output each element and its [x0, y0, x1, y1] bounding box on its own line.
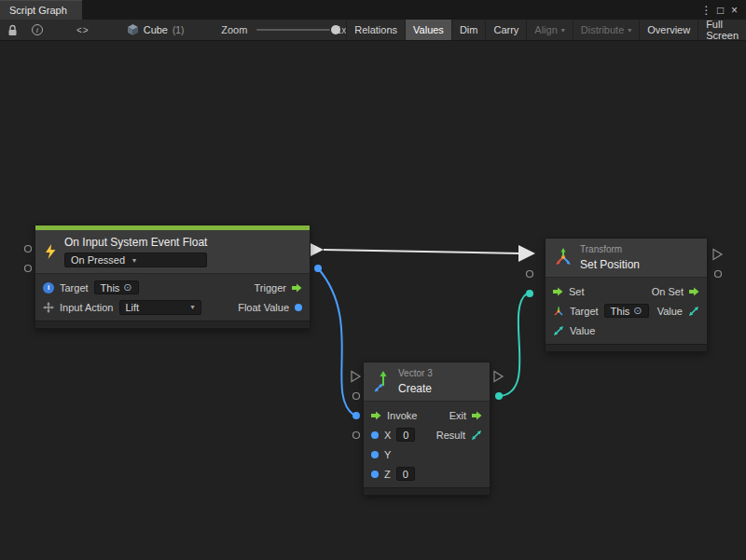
setpos-target-field[interactable]: This ⊙ [604, 304, 649, 318]
result-port-connector[interactable] [495, 392, 503, 400]
float-value-port[interactable]: Float Value [238, 302, 302, 313]
close-icon[interactable]: × [727, 5, 741, 16]
z-label: Z [384, 469, 391, 480]
value-out-port-connector[interactable] [715, 271, 722, 278]
dim-button[interactable]: Dim [451, 20, 486, 40]
graph-canvas[interactable]: On Input System Event Float On Pressed ▾… [0, 41, 746, 560]
vector-port-icon [553, 325, 564, 336]
zoom-label: Zoom [221, 24, 247, 35]
value-out-port[interactable]: Value [657, 306, 699, 317]
tab-bar: Script Graph ⋮ □ × [0, 0, 746, 20]
chevron-down-icon: ▾ [190, 303, 194, 311]
y-port-connector[interactable] [352, 412, 360, 419]
exit-label: Exit [449, 410, 466, 421]
event-inputaction-port-connector[interactable] [25, 266, 32, 272]
info-button[interactable]: i [28, 20, 47, 40]
node-vector3-create[interactable]: Vector 3 Create Invoke Exit [364, 362, 490, 495]
input-action-label: Input Action [60, 302, 114, 313]
restore-icon[interactable]: □ [713, 5, 727, 16]
trigger-source-arrow[interactable] [311, 243, 324, 256]
setpos-node-ports: Set On Set [546, 277, 707, 344]
node-on-input-system-event-float[interactable]: On Input System Event Float On Pressed ▾… [35, 225, 310, 328]
float-port-icon [371, 471, 379, 478]
input-action-value: Lift [126, 302, 140, 313]
connection-trigger-to-set[interactable] [324, 250, 520, 253]
y-label: Y [384, 449, 391, 460]
carry-button[interactable]: Carry [485, 20, 526, 40]
event-target-value: This [101, 282, 120, 294]
value-in-port-connector[interactable] [526, 290, 533, 297]
z-value-field[interactable]: 0 [396, 467, 415, 481]
zoom-slider[interactable] [256, 24, 329, 35]
menu-icon[interactable]: ⋮ [699, 5, 713, 16]
flow-arrow-icon [472, 411, 482, 420]
event-header-text: On Input System Event Float On Pressed ▾ [64, 236, 207, 267]
x-port-connector[interactable] [353, 393, 360, 400]
vector3-x-row: X 0 Result [364, 425, 490, 444]
align-button[interactable]: Align ▾ [526, 20, 572, 40]
result-port[interactable]: Result [436, 430, 482, 441]
onset-port-connector[interactable] [713, 250, 722, 260]
event-trigger-port[interactable]: Trigger [255, 282, 302, 294]
setpos-target-row: Target This ⊙ Value [546, 301, 707, 321]
toolbar-buttons: Relations Values Dim Carry Align ▾ Distr… [346, 20, 746, 40]
setpos-header-text: Transform Set Position [580, 244, 640, 271]
zoom-slider-track [256, 29, 329, 31]
float-port-icon [295, 304, 302, 311]
vector3-title: Create [398, 382, 433, 395]
exit-port[interactable]: Exit [449, 410, 482, 421]
overview-button[interactable]: Overview [639, 20, 698, 40]
on-set-label: On Set [652, 286, 684, 297]
values-button[interactable]: Values [405, 20, 451, 40]
x-value: 0 [403, 430, 408, 441]
vector3-invoke-row: Invoke Exit [364, 405, 490, 425]
info-icon: i [32, 24, 43, 35]
event-mode-dropdown[interactable]: On Pressed ▾ [64, 253, 207, 267]
connection-result-to-value[interactable] [499, 294, 527, 396]
node-transform-set-position[interactable]: Transform Set Position Set On Set [546, 239, 707, 351]
gameobject-info-icon: i [43, 282, 54, 294]
setpos-node-footer [546, 344, 707, 351]
vector-port-icon [471, 430, 482, 441]
exit-port-connector[interactable] [494, 372, 503, 382]
x-value-field[interactable]: 0 [396, 428, 415, 442]
setpos-node-header: Transform Set Position [546, 239, 707, 277]
setpos-subtitle: Transform [580, 244, 640, 254]
connection-floatvalue-to-y[interactable] [318, 268, 353, 415]
tab-script-graph[interactable]: Script Graph [0, 0, 82, 20]
lock-icon [7, 24, 18, 36]
target-icon: ⊙ [123, 282, 131, 293]
event-target-port-connector[interactable] [25, 246, 32, 253]
code-button[interactable]: <> [73, 20, 93, 40]
set-destination-arrow[interactable] [518, 245, 535, 262]
z-value: 0 [403, 469, 408, 480]
cube-icon [127, 23, 139, 36]
chevron-down-icon: ▾ [561, 26, 565, 34]
setpos-target-port-connector[interactable] [527, 271, 533, 278]
z-port-connector[interactable] [353, 432, 360, 439]
event-target-field[interactable]: This ⊙ [94, 280, 139, 294]
event-node-footer [35, 321, 310, 328]
target-breadcrumb[interactable]: Cube (1) [127, 23, 185, 36]
code-icon: <> [76, 25, 90, 35]
value-out-label: Value [657, 306, 683, 317]
setpos-target-value: This [611, 306, 630, 317]
trigger-label: Trigger [255, 282, 286, 294]
input-action-dropdown[interactable]: Lift ▾ [119, 300, 201, 315]
distribute-button[interactable]: Distribute ▾ [573, 20, 639, 40]
float-value-port-connector[interactable] [314, 265, 322, 272]
lightning-icon [44, 244, 57, 260]
vector3-icon [372, 371, 391, 393]
invoke-port-connector[interactable] [352, 372, 360, 382]
event-node-ports: i Target This ⊙ Trigger [35, 273, 310, 321]
value-in-label: Value [570, 325, 595, 336]
setpos-set-row: Set On Set [546, 281, 707, 301]
on-set-port[interactable]: On Set [652, 286, 699, 297]
float-port-icon [371, 451, 379, 458]
flow-arrow-icon [689, 287, 699, 296]
script-graph-window: Script Graph ⋮ □ × i <> Cube [0, 0, 746, 560]
lock-button[interactable] [4, 20, 21, 40]
vector3-subtitle: Vector 3 [398, 368, 433, 378]
full-screen-button[interactable]: Full Screen [698, 20, 746, 40]
relations-button[interactable]: Relations [346, 20, 405, 40]
